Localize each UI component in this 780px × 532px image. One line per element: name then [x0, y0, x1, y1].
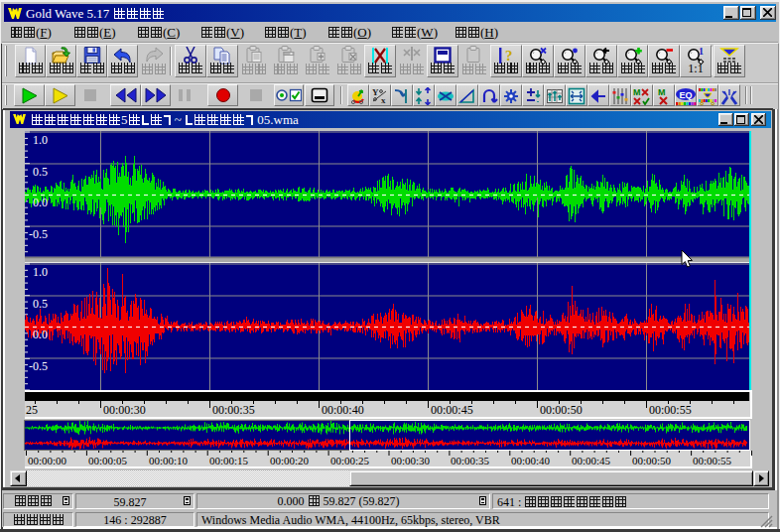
- svg-text:1.0: 1.0: [33, 265, 48, 279]
- svg-text:M: M: [658, 87, 666, 97]
- svg-text:00:00:45: 00:00:45: [431, 403, 473, 417]
- svg-text:00:00:00: 00:00:00: [28, 455, 67, 466]
- svg-text:00:00:10: 00:00:10: [149, 455, 189, 466]
- svg-text:0.0: 0.0: [33, 196, 48, 209]
- svg-text:00:00:50: 00:00:50: [632, 455, 672, 466]
- svg-text:00:00:15: 00:00:15: [209, 455, 249, 466]
- svg-text:?: ?: [505, 48, 513, 64]
- svg-text:M: M: [633, 87, 641, 97]
- svg-text:00:00:40: 00:00:40: [511, 455, 551, 466]
- svg-text:00:00:55: 00:00:55: [693, 455, 732, 466]
- svg-text:00:00:30: 00:00:30: [391, 455, 431, 466]
- svg-text:00:00:55: 00:00:55: [649, 403, 692, 417]
- svg-text:00:00:20: 00:00:20: [270, 455, 310, 466]
- svg-text:00:00:45: 00:00:45: [572, 455, 611, 466]
- svg-text:0.5: 0.5: [33, 297, 48, 311]
- svg-text:00:00:25: 00:00:25: [330, 455, 370, 466]
- svg-text:1: 1: [699, 47, 704, 57]
- svg-text:25: 25: [26, 403, 38, 417]
- svg-text:0.0: 0.0: [33, 328, 48, 341]
- svg-text:00:00:50: 00:00:50: [540, 403, 583, 417]
- svg-text:1.0: 1.0: [33, 133, 48, 147]
- svg-text:00:00:05: 00:00:05: [88, 455, 128, 466]
- svg-text:00:00:35: 00:00:35: [451, 455, 490, 466]
- svg-text:00:00:35: 00:00:35: [212, 403, 255, 417]
- svg-text:Y: Y: [372, 87, 379, 97]
- svg-text:0.5: 0.5: [33, 165, 48, 179]
- svg-text:00:00:40: 00:00:40: [322, 403, 364, 417]
- svg-text:-0.5: -0.5: [29, 359, 48, 373]
- svg-text:x: x: [381, 95, 386, 105]
- svg-text:EQ: EQ: [680, 90, 693, 100]
- svg-text:-0.5: -0.5: [29, 227, 48, 241]
- svg-text:00:00:30: 00:00:30: [103, 403, 146, 417]
